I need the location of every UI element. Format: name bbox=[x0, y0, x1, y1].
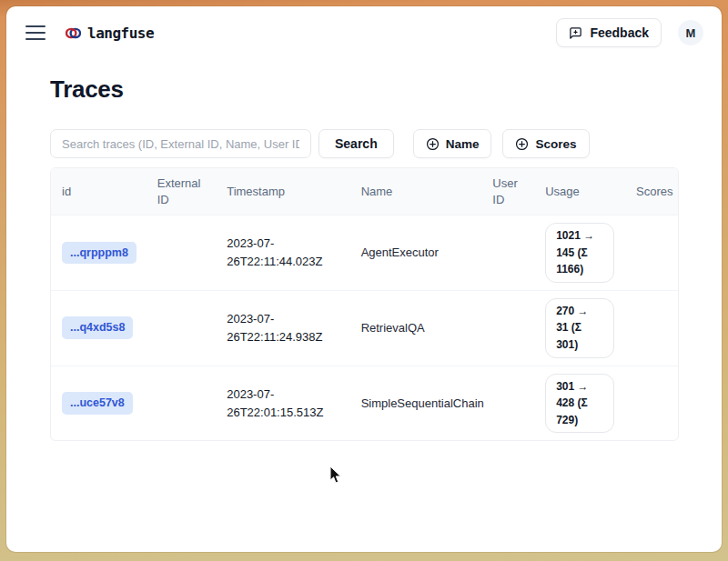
filter-scores-label: Scores bbox=[535, 137, 576, 151]
timestamp-value: 2023-07-26T22:11:24.938Z bbox=[227, 310, 336, 346]
timestamp-value: 2023-07-26T22:11:44.023Z bbox=[227, 235, 336, 270]
usage-badge: 1021 → 145 (Σ 1166) bbox=[545, 223, 614, 283]
usage-badge: 301 → 428 (Σ 729) bbox=[545, 374, 614, 434]
timestamp-cell: 2023-07-26T22:01:15.513Z bbox=[216, 366, 349, 440]
app-window: langfuse Feedback M Traces Search bbox=[6, 6, 722, 552]
feedback-button[interactable]: Feedback bbox=[556, 18, 662, 47]
table-row: ...qrpppm82023-07-26T22:11:44.023ZAgentE… bbox=[51, 215, 678, 291]
avatar-initial: M bbox=[686, 26, 696, 40]
scores-cell bbox=[625, 215, 678, 291]
filter-name-label: Name bbox=[446, 137, 480, 151]
name-cell: RetrievalQA bbox=[350, 290, 482, 366]
page-title: Traces bbox=[50, 75, 679, 104]
user-id-cell bbox=[481, 215, 534, 291]
external-id-cell bbox=[147, 215, 216, 291]
trace-id-link[interactable]: ...uce57v8 bbox=[62, 392, 133, 415]
nav-right: Feedback M bbox=[556, 18, 703, 47]
user-avatar[interactable]: M bbox=[678, 20, 703, 45]
external-id-cell bbox=[147, 290, 216, 366]
traces-table: id External ID Timestamp Name User ID Us… bbox=[50, 167, 679, 441]
table-row: ...q4xd5s82023-07-26T22:11:24.938ZRetrie… bbox=[51, 290, 678, 366]
trace-id-cell: ...qrpppm8 bbox=[51, 215, 147, 291]
main-content: Traces Search Name Scores bbox=[6, 59, 722, 441]
table-row: ...uce57v82023-07-26T22:01:15.513ZSimple… bbox=[51, 366, 678, 440]
toolbar: Search Name Scores bbox=[50, 129, 679, 158]
filter-scores-button[interactable]: Scores bbox=[502, 129, 589, 158]
search-button[interactable]: Search bbox=[318, 129, 394, 158]
usage-cell: 1021 → 145 (Σ 1166) bbox=[534, 215, 625, 291]
usage-cell: 270 → 31 (Σ 301) bbox=[534, 290, 625, 366]
search-input[interactable] bbox=[50, 129, 311, 158]
name-value: AgentExecutor bbox=[361, 245, 439, 259]
table-header-row: id External ID Timestamp Name User ID Us… bbox=[51, 168, 678, 215]
name-cell: SimpleSequentialChain bbox=[350, 366, 482, 440]
plus-circle-icon bbox=[426, 137, 440, 151]
name-value: RetrievalQA bbox=[361, 321, 425, 335]
usage-cell: 301 → 428 (Σ 729) bbox=[534, 366, 625, 440]
feedback-message-icon bbox=[569, 26, 582, 40]
column-header-external-id: External ID bbox=[147, 168, 216, 215]
trace-id-link[interactable]: ...q4xd5s8 bbox=[62, 316, 133, 339]
scores-cell bbox=[625, 290, 678, 366]
usage-badge: 270 → 31 (Σ 301) bbox=[545, 298, 614, 358]
trace-id-link[interactable]: ...qrpppm8 bbox=[62, 242, 136, 265]
column-header-scores: Scores bbox=[625, 168, 678, 215]
hamburger-menu-icon[interactable] bbox=[25, 25, 46, 40]
scores-cell bbox=[625, 366, 678, 440]
top-nav: langfuse Feedback M bbox=[6, 6, 722, 59]
plus-circle-icon bbox=[515, 137, 529, 151]
filter-name-button[interactable]: Name bbox=[413, 129, 492, 158]
name-cell: AgentExecutor bbox=[350, 215, 482, 291]
app-logo-text: langfuse bbox=[87, 25, 154, 42]
column-header-id: id bbox=[51, 168, 147, 215]
user-id-cell bbox=[481, 366, 534, 440]
app-logo[interactable]: langfuse bbox=[66, 25, 154, 42]
column-header-usage: Usage bbox=[534, 168, 625, 215]
feedback-button-label: Feedback bbox=[590, 25, 649, 40]
trace-id-cell: ...uce57v8 bbox=[51, 366, 147, 440]
column-header-user-id: User ID bbox=[481, 168, 534, 215]
user-id-cell bbox=[481, 290, 534, 366]
name-value: SimpleSequentialChain bbox=[361, 396, 484, 410]
trace-id-cell: ...q4xd5s8 bbox=[51, 290, 147, 366]
column-header-name: Name bbox=[350, 168, 482, 215]
external-id-cell bbox=[147, 366, 216, 440]
column-header-timestamp: Timestamp bbox=[216, 168, 349, 215]
timestamp-cell: 2023-07-26T22:11:24.938Z bbox=[216, 290, 349, 366]
timestamp-cell: 2023-07-26T22:11:44.023Z bbox=[216, 215, 349, 291]
timestamp-value: 2023-07-26T22:01:15.513Z bbox=[227, 386, 336, 421]
knot-logo-icon bbox=[66, 27, 81, 39]
